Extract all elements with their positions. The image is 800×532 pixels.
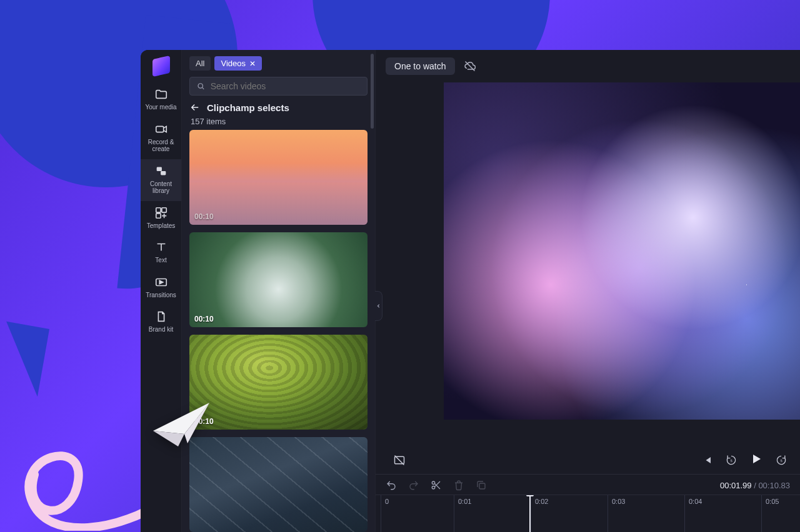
search-box[interactable] xyxy=(189,77,368,96)
svg-text:5: 5 xyxy=(730,459,732,463)
svg-rect-5 xyxy=(161,171,166,175)
rail-label: Templates xyxy=(142,222,180,230)
cloud-off-icon[interactable] xyxy=(464,60,476,72)
rail-label: Your media xyxy=(142,104,180,111)
duration-badge: 00:10 xyxy=(194,212,214,221)
ruler-tick: 0:05 xyxy=(761,495,779,532)
text-icon xyxy=(154,240,168,254)
preview-controls: 5 5 xyxy=(376,448,800,474)
folder-icon xyxy=(154,87,168,101)
breadcrumb-back[interactable]: Clipchamp selects xyxy=(182,101,375,117)
split-scissors-icon[interactable] xyxy=(431,480,442,491)
ruler-tick: 0:03 xyxy=(608,495,625,532)
breadcrumb-title: Clipchamp selects xyxy=(207,102,289,113)
chip-all[interactable]: All xyxy=(189,56,211,71)
brand-kit-icon xyxy=(154,310,168,323)
rewind-5-icon[interactable]: 5 xyxy=(725,454,738,466)
redo-icon xyxy=(408,480,419,491)
thumb-terraces[interactable]: 00:10 xyxy=(189,335,368,430)
rail-label: Record & create xyxy=(142,139,180,153)
duration-badge: 00:10 xyxy=(194,315,214,323)
rail-content-library[interactable]: Content library xyxy=(141,159,181,201)
ruler-tick: 0:02 xyxy=(531,495,548,532)
transitions-icon xyxy=(154,275,168,289)
rail-label: Content library xyxy=(142,180,180,195)
rail-record-create[interactable]: Record & create xyxy=(141,117,181,159)
svg-rect-8 xyxy=(156,213,160,217)
chip-label: Videos xyxy=(221,59,246,68)
preview-topbar: One to watch xyxy=(376,50,800,80)
panel-scrollbar[interactable] xyxy=(371,54,374,129)
library-icon xyxy=(154,164,168,178)
forward-5-icon[interactable]: 5 xyxy=(775,454,788,466)
duplicate-icon xyxy=(476,480,487,491)
thumb-highway[interactable] xyxy=(189,437,368,532)
app-window: Your media Record & create Content libra… xyxy=(141,50,800,532)
ruler-tick: 0:04 xyxy=(684,495,702,532)
thumbnail-list: 00:10 00:10 00:10 xyxy=(182,130,375,532)
chip-videos[interactable]: Videos ✕ xyxy=(214,56,262,71)
svg-point-10 xyxy=(198,84,202,88)
panel-collapse-handle[interactable] xyxy=(375,291,382,321)
rail-brand-kit[interactable]: Brand kit xyxy=(141,305,181,340)
filter-chips: All Videos ✕ xyxy=(182,50,375,74)
item-count: 157 items xyxy=(182,117,375,130)
playhead[interactable] xyxy=(529,495,531,532)
rail-your-media[interactable]: Your media xyxy=(141,82,181,117)
chevron-left-icon xyxy=(376,303,381,308)
svg-rect-4 xyxy=(156,167,161,170)
bg-triangle xyxy=(0,322,49,397)
duration-badge: 00:10 xyxy=(194,417,214,426)
side-rail: Your media Record & create Content libra… xyxy=(141,50,182,532)
svg-text:5: 5 xyxy=(780,459,782,463)
ruler-tick: 0 xyxy=(381,495,389,532)
rail-transitions[interactable]: Transitions xyxy=(141,270,181,305)
play-icon xyxy=(749,451,764,466)
app-logo-icon xyxy=(152,56,170,77)
svg-rect-16 xyxy=(479,483,485,489)
preview-area xyxy=(376,80,800,448)
preview-canvas[interactable] xyxy=(444,82,800,420)
main-area: One to watch 5 5 xyxy=(376,50,800,532)
close-icon[interactable]: ✕ xyxy=(249,59,256,68)
search-icon xyxy=(196,81,206,91)
search-input[interactable] xyxy=(211,81,361,91)
ruler-tick: 0:01 xyxy=(454,495,471,532)
play-button[interactable] xyxy=(749,451,764,469)
templates-icon xyxy=(154,206,168,220)
timecode-sep: / xyxy=(752,481,759,490)
back-arrow-icon xyxy=(189,102,201,113)
rail-text[interactable]: Text xyxy=(141,235,181,270)
svg-rect-3 xyxy=(156,126,163,132)
rail-label: Transitions xyxy=(142,292,180,299)
camera-icon xyxy=(154,122,168,136)
trash-icon xyxy=(453,480,464,491)
rail-label: Brand kit xyxy=(142,326,180,333)
svg-rect-6 xyxy=(156,207,160,212)
undo-icon[interactable] xyxy=(386,480,397,491)
rail-templates[interactable]: Templates xyxy=(141,201,181,236)
timecode-current: 00:01.99 xyxy=(720,481,752,490)
thumb-sunset[interactable]: 00:10 xyxy=(189,130,368,225)
timecode-total: 00:10.83 xyxy=(758,481,790,490)
timeline-ruler[interactable]: 0 0:01 0:02 0:03 0:04 0:05 xyxy=(376,495,800,532)
timeline-toolbar: 00:01.99 / 00:10.83 xyxy=(376,474,800,495)
svg-rect-7 xyxy=(161,207,166,212)
project-title[interactable]: One to watch xyxy=(386,57,455,75)
thumb-waterfall[interactable]: 00:10 xyxy=(189,232,368,327)
rail-label: Text xyxy=(142,257,180,264)
skip-start-icon[interactable] xyxy=(701,454,714,466)
timecode: 00:01.99 / 00:10.83 xyxy=(720,481,790,490)
image-off-icon[interactable] xyxy=(393,454,406,466)
library-panel: All Videos ✕ Clipchamp selects 157 items… xyxy=(182,50,376,532)
